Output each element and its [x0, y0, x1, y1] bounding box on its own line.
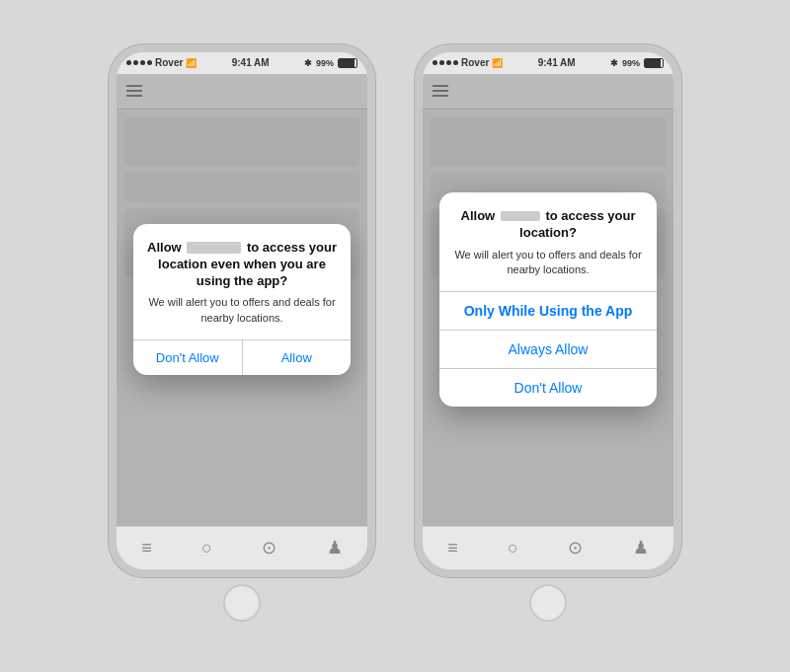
status-right-right: ✱ 99%	[610, 58, 664, 68]
alert-title-right: Allow to access your location?	[451, 208, 645, 242]
tab-location-icon-left[interactable]: ⊙	[262, 537, 276, 559]
alert-title-placeholder-right	[501, 211, 540, 221]
battery-left	[338, 58, 357, 68]
allow-button-left[interactable]: Allow	[243, 340, 352, 375]
dot4	[147, 60, 152, 65]
app-bg-right: Allow to access your location? We will a…	[423, 74, 673, 526]
battery-bar-left	[338, 58, 357, 68]
status-bar-right: Rover 📶 9:41 AM ✱ 99%	[423, 52, 673, 74]
dot2r	[439, 60, 444, 65]
wifi-icon-left: 📶	[186, 58, 197, 68]
always-allow-button-right[interactable]: Always Allow	[439, 330, 657, 368]
battery-right	[644, 58, 664, 68]
dot3r	[446, 60, 451, 65]
signal-dots-left	[126, 60, 152, 65]
status-left-left: Rover 📶	[126, 57, 197, 68]
alert-overlay-left: Allow to access your location even when …	[117, 74, 367, 526]
battery-bar-right	[644, 58, 664, 68]
bluetooth-icon-right: ✱	[610, 58, 618, 68]
alert-title-left: Allow to access your location even when …	[145, 240, 339, 290]
home-button-right[interactable]	[529, 584, 567, 622]
dont-allow-button-left[interactable]: Don't Allow	[133, 340, 243, 375]
dot1r	[433, 60, 437, 65]
alert-overlay-right: Allow to access your location? We will a…	[423, 74, 673, 526]
home-button-area-right	[529, 577, 567, 629]
tab-clock-icon-left[interactable]: ○	[201, 538, 212, 559]
home-button-left[interactable]	[223, 584, 261, 622]
wifi-icon-right: 📶	[492, 58, 503, 68]
tab-bar-right: ≡ ○ ⊙ ♟	[423, 526, 673, 569]
tab-clock-icon-right[interactable]: ○	[508, 538, 518, 559]
dot1	[126, 60, 131, 65]
tab-person-icon-right[interactable]: ♟	[633, 537, 649, 559]
carrier-right: Rover	[461, 57, 489, 68]
time-left: 9:41 AM	[232, 57, 270, 68]
dot3	[140, 60, 145, 65]
dot4r	[453, 60, 458, 65]
tab-list-icon-left[interactable]: ≡	[141, 538, 152, 559]
tab-list-icon-right[interactable]: ≡	[447, 538, 458, 559]
status-right-left: ✱ 99%	[304, 58, 357, 68]
alert-title-prefix-right: Allow	[461, 208, 496, 223]
alert-message-right: We will alert you to offers and deals fo…	[451, 248, 645, 278]
alert-box-right: Allow to access your location? We will a…	[439, 192, 657, 408]
carrier-left: Rover	[155, 57, 183, 68]
time-right: 9:41 AM	[538, 57, 576, 68]
alert-title-suffix-left: to access your location even when you ar…	[158, 240, 337, 288]
status-left-right: Rover 📶	[433, 57, 503, 68]
phone-right: Rover 📶 9:41 AM ✱ 99%	[415, 44, 681, 629]
alert-message-left: We will alert you to offers and deals fo…	[145, 295, 339, 326]
alert-box-left: Allow to access your location even when …	[133, 224, 351, 375]
battery-fill-left	[339, 59, 355, 67]
alert-buttons-left: Don't Allow Allow	[133, 339, 351, 375]
alert-buttons-right: Only While Using the App Always Allow Do…	[439, 291, 657, 407]
bluetooth-icon-left: ✱	[304, 58, 312, 68]
battery-pct-right: 99%	[622, 58, 640, 68]
dont-allow-button-right[interactable]: Don't Allow	[439, 368, 657, 407]
tab-location-icon-right[interactable]: ⊙	[568, 537, 583, 559]
dot2	[133, 60, 138, 65]
phone-left-body: Rover 📶 9:41 AM ✱ 99%	[109, 44, 375, 577]
phone-left: Rover 📶 9:41 AM ✱ 99%	[109, 44, 375, 629]
only-while-button-right[interactable]: Only While Using the App	[439, 291, 657, 330]
app-bg-left: Allow to access your location even when …	[117, 74, 367, 526]
tab-person-icon-left[interactable]: ♟	[327, 537, 343, 559]
tab-bar-left: ≡ ○ ⊙ ♟	[117, 526, 367, 569]
home-button-area-left	[223, 577, 261, 629]
signal-dots-right	[433, 60, 458, 65]
alert-title-prefix-left: Allow	[147, 240, 182, 255]
alert-title-placeholder-left	[187, 242, 241, 254]
battery-pct-left: 99%	[316, 58, 334, 68]
phone-right-body: Rover 📶 9:41 AM ✱ 99%	[415, 44, 681, 577]
battery-fill-right	[645, 59, 661, 67]
status-bar-left: Rover 📶 9:41 AM ✱ 99%	[117, 52, 367, 74]
